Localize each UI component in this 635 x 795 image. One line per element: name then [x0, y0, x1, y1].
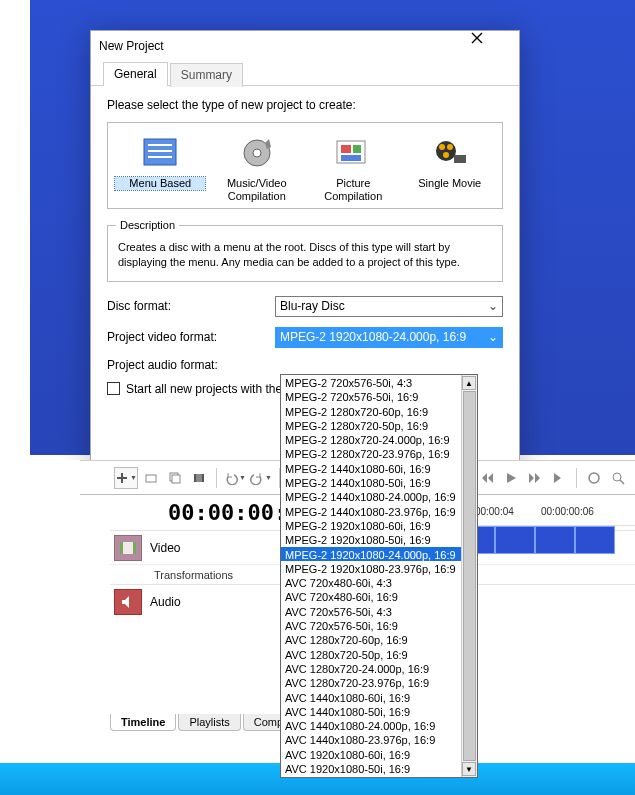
dropdown-option[interactable]: MPEG-2 1440x1080-23.976p, 16:9: [281, 504, 461, 518]
svg-rect-14: [454, 155, 466, 163]
toolbar-play-button[interactable]: [500, 467, 522, 489]
chevron-down-icon: ⌄: [485, 299, 500, 313]
dialog-title: New Project: [99, 39, 164, 53]
dropdown-option[interactable]: AVC 1280x720-24.000p, 16:9: [281, 661, 461, 675]
timeline-thumbnails[interactable]: [455, 526, 635, 554]
svg-point-12: [447, 144, 453, 150]
dropdown-option[interactable]: AVC 720x576-50i, 4:3: [281, 604, 461, 618]
bottom-tabs: Timeline Playlists Compila: [110, 714, 307, 731]
dropdown-option[interactable]: AVC 1280x720-50p, 16:9: [281, 647, 461, 661]
svg-rect-8: [353, 145, 361, 153]
toolbar-insert-button[interactable]: [140, 467, 162, 489]
video-format-value: MPEG-2 1920x1080-24.000p, 16:9: [280, 330, 466, 344]
dropdown-option[interactable]: AVC 1920x1080-60i, 16:9: [281, 747, 461, 761]
project-type-menu-based[interactable]: Menu Based: [115, 133, 205, 202]
picture-icon: [331, 133, 375, 173]
dropdown-option[interactable]: MPEG-2 1440x1080-24.000p, 16:9: [281, 489, 461, 503]
dropdown-option[interactable]: AVC 1440x1080-23.976p, 16:9: [281, 732, 461, 746]
dropdown-option[interactable]: AVC 720x576-50i, 16:9: [281, 618, 461, 632]
svg-point-13: [443, 152, 449, 158]
close-button[interactable]: [471, 32, 511, 60]
dropdown-option[interactable]: MPEG-2 1440x1080-50i, 16:9: [281, 475, 461, 489]
dropdown-list[interactable]: MPEG-2 720x576-50i, 4:3MPEG-2 720x576-50…: [281, 375, 461, 777]
dropdown-option[interactable]: MPEG-2 1280x720-60p, 16:9: [281, 404, 461, 418]
toolbar-skip-end-button[interactable]: [548, 467, 570, 489]
tab-timeline[interactable]: Timeline: [110, 714, 176, 731]
audio-format-label: Project audio format:: [107, 358, 275, 372]
toolbar-add-button[interactable]: ▼: [114, 467, 138, 489]
dropdown-option[interactable]: MPEG-2 720x576-50i, 4:3: [281, 375, 461, 389]
audio-track-icon: [114, 589, 142, 615]
svg-rect-24: [194, 474, 196, 482]
tab-general[interactable]: General: [103, 62, 168, 86]
svg-rect-7: [341, 145, 351, 153]
svg-point-11: [439, 144, 445, 150]
toolbar-film-button[interactable]: [188, 467, 210, 489]
svg-rect-9: [341, 155, 361, 161]
dropdown-option[interactable]: AVC 1920x1080-24.000p, 16:9: [281, 775, 461, 777]
titlebar: New Project: [91, 31, 519, 61]
video-format-combo[interactable]: MPEG-2 1920x1080-24.000p, 16:9 ⌄: [275, 327, 503, 348]
dropdown-scrollbar[interactable]: ▲ ▼: [461, 375, 477, 777]
project-type-picture[interactable]: Picture Compilation: [308, 133, 398, 202]
toolbar-copy-button[interactable]: [164, 467, 186, 489]
toolbar-undo-button[interactable]: ▼: [223, 467, 247, 489]
instruction-text: Please select the type of new project to…: [107, 98, 503, 112]
project-type-single-movie[interactable]: Single Movie: [405, 133, 495, 202]
menu-based-icon: [138, 133, 182, 173]
dialog-tabs: General Summary: [91, 61, 519, 86]
music-video-icon: [235, 133, 279, 173]
svg-rect-20: [146, 475, 156, 482]
scroll-up-button[interactable]: ▲: [462, 376, 476, 390]
dropdown-option[interactable]: MPEG-2 1920x1080-24.000p, 16:9: [281, 547, 461, 561]
clip-thumbnail[interactable]: [495, 526, 535, 554]
dropdown-option[interactable]: AVC 1440x1080-50i, 16:9: [281, 704, 461, 718]
ruler-mark: 00:00:00:06: [535, 498, 615, 525]
description-text: Creates a disc with a menu at the root. …: [118, 241, 460, 267]
tab-summary[interactable]: Summary: [170, 63, 243, 87]
checkbox-label: Start all new projects with the: [126, 382, 282, 396]
svg-point-5: [253, 149, 261, 157]
toolbar-rewind-button[interactable]: [476, 467, 498, 489]
dropdown-option[interactable]: MPEG-2 1920x1080-50i, 16:9: [281, 532, 461, 546]
clip-thumbnail[interactable]: [575, 526, 615, 554]
toolbar-zoom-button[interactable]: [607, 467, 629, 489]
video-format-dropdown: MPEG-2 720x576-50i, 4:3MPEG-2 720x576-50…: [280, 374, 478, 778]
dropdown-option[interactable]: AVC 1440x1080-60i, 16:9: [281, 690, 461, 704]
start-defaults-checkbox[interactable]: [107, 382, 120, 395]
project-type-music-video[interactable]: Music/Video Compilation: [212, 133, 302, 202]
dropdown-option[interactable]: MPEG-2 1440x1080-60i, 16:9: [281, 461, 461, 475]
dropdown-option[interactable]: MPEG-2 1280x720-24.000p, 16:9: [281, 432, 461, 446]
dropdown-option[interactable]: AVC 1280x720-60p, 16:9: [281, 632, 461, 646]
timeline-ruler-area: 00:00:00:04 00:00:00:06: [455, 498, 635, 554]
dropdown-option[interactable]: AVC 1280x720-23.976p, 16:9: [281, 675, 461, 689]
video-track-label: Video: [150, 541, 180, 555]
tab-playlists[interactable]: Playlists: [178, 714, 240, 731]
clip-thumbnail[interactable]: [535, 526, 575, 554]
description-box: Description Creates a disc with a menu a…: [107, 225, 503, 282]
dropdown-option[interactable]: MPEG-2 720x576-50i, 16:9: [281, 389, 461, 403]
dropdown-option[interactable]: AVC 1920x1080-50i, 16:9: [281, 761, 461, 775]
dropdown-option[interactable]: MPEG-2 1280x720-23.976p, 16:9: [281, 446, 461, 460]
svg-line-28: [620, 480, 624, 484]
video-track-icon: [114, 535, 142, 561]
scroll-thumb[interactable]: [463, 391, 476, 761]
timeline-ruler[interactable]: 00:00:00:04 00:00:00:06: [455, 498, 635, 526]
dropdown-option[interactable]: AVC 720x480-60i, 16:9: [281, 589, 461, 603]
svg-rect-31: [133, 542, 136, 554]
toolbar-redo-button[interactable]: ▼: [249, 467, 273, 489]
dropdown-option[interactable]: MPEG-2 1280x720-50p, 16:9: [281, 418, 461, 432]
scroll-down-button[interactable]: ▼: [462, 762, 476, 776]
svg-rect-30: [120, 542, 123, 554]
project-type-label: Menu Based: [115, 177, 205, 190]
toolbar-forward-button[interactable]: [524, 467, 546, 489]
dropdown-option[interactable]: MPEG-2 1920x1080-60i, 16:9: [281, 518, 461, 532]
disc-format-combo[interactable]: Blu-ray Disc ⌄: [275, 296, 503, 317]
dropdown-option[interactable]: AVC 720x480-60i, 4:3: [281, 575, 461, 589]
project-type-box: Menu Based Music/Video Compilation Pictu…: [107, 122, 503, 209]
svg-point-26: [589, 473, 599, 483]
dropdown-option[interactable]: AVC 1440x1080-24.000p, 16:9: [281, 718, 461, 732]
project-type-label: Picture Compilation: [308, 177, 398, 202]
dropdown-option[interactable]: MPEG-2 1920x1080-23.976p, 16:9: [281, 561, 461, 575]
toolbar-loop-button[interactable]: [583, 467, 605, 489]
